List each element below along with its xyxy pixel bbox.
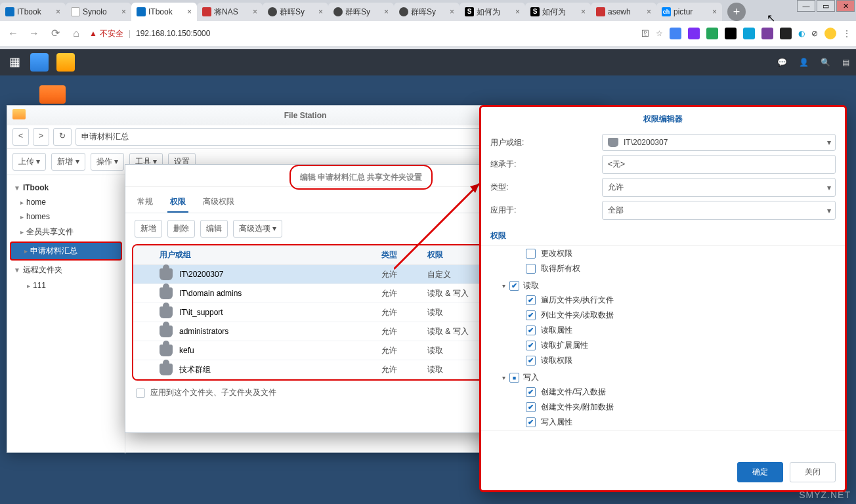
browser-tab[interactable]: ITbook× (131, 3, 197, 21)
pe-applyto-field[interactable]: 全部▾ (602, 201, 836, 220)
browser-tab[interactable]: S如何为× (525, 3, 591, 21)
perm-item[interactable]: 读取权限 (490, 353, 836, 368)
ext-3-icon[interactable] (706, 28, 718, 39)
perm-item[interactable]: 取得所有权 (490, 261, 836, 276)
browser-tab[interactable]: Synolo× (66, 3, 131, 21)
browser-tab[interactable]: 群晖Sy× (263, 3, 328, 21)
browser-tab[interactable]: chpictur× (656, 3, 722, 21)
tree-item[interactable]: ▼远程文件夹 (7, 262, 125, 278)
ext-9-icon[interactable]: ⊘ (811, 29, 818, 38)
perm-item[interactable]: 创建文件夹/附加数据 (490, 400, 836, 415)
browser-tab[interactable]: 群晖Sy× (328, 3, 394, 21)
tab-close-icon[interactable]: × (712, 7, 717, 16)
col-type[interactable]: 类型 (376, 245, 422, 264)
perm-checkbox[interactable] (526, 341, 536, 350)
ext-5-icon[interactable] (743, 28, 755, 39)
tab-close-icon[interactable]: × (647, 7, 651, 16)
pe-ok-button[interactable]: 确定 (737, 462, 783, 482)
tree-item[interactable]: ▸申请材料汇总 (10, 242, 122, 261)
browser-tab[interactable]: 群晖Sy× (394, 3, 460, 21)
perm-item[interactable]: 读取扩展属性 (490, 338, 836, 353)
back-button[interactable]: ← (5, 26, 21, 41)
perm-item[interactable]: 遍历文件夹/执行文件 (490, 293, 836, 308)
key-icon[interactable]: ⚿ (641, 29, 649, 38)
maximize-button[interactable]: ▭ (817, 0, 835, 12)
taskbar-app-1[interactable] (30, 53, 49, 72)
upload-button[interactable]: 上传 ▾ (12, 153, 46, 171)
forward-button[interactable]: → (26, 26, 42, 41)
tab-close-icon[interactable]: × (384, 7, 389, 16)
ext-2-icon[interactable] (688, 28, 700, 39)
tab-permission[interactable]: 权限 (167, 192, 188, 213)
tree-root[interactable]: ▼ITbook (7, 180, 125, 195)
chat-icon[interactable]: 💬 (777, 58, 787, 67)
tab-close-icon[interactable]: × (121, 7, 126, 16)
minimize-button[interactable]: — (797, 0, 815, 12)
perm-new-button[interactable]: 新增 (135, 220, 162, 238)
browser-tab[interactable]: ITbook× (0, 3, 66, 21)
url-text[interactable]: 192.168.10.150:5000 (136, 29, 636, 38)
perm-checkbox[interactable] (526, 417, 536, 427)
perm-item[interactable]: 更改权限 (490, 246, 836, 261)
tab-close-icon[interactable]: × (187, 7, 192, 16)
tab-general[interactable]: 常规 (135, 192, 156, 213)
perm-checkbox[interactable] (526, 249, 536, 259)
browser-tab[interactable]: S如何为× (460, 3, 525, 21)
tab-close-icon[interactable]: × (515, 7, 520, 16)
close-button[interactable]: ✕ (836, 0, 855, 12)
ext-4-icon[interactable] (725, 28, 737, 39)
tree-item[interactable]: ▸全员共享文件 (7, 224, 125, 240)
tab-close-icon[interactable]: × (581, 7, 586, 16)
desktop-folder-icon[interactable] (39, 85, 66, 104)
perm-checkbox[interactable] (526, 402, 536, 412)
perm-checkbox[interactable] (526, 310, 536, 320)
perm-checkbox[interactable] (526, 387, 536, 397)
pe-cancel-button[interactable]: 关闭 (790, 462, 836, 482)
perm-item[interactable]: 写入属性 (490, 415, 836, 430)
pe-group-write[interactable]: ▾写入 (490, 368, 836, 385)
insecure-badge[interactable]: ▲不安全 (89, 28, 123, 39)
perm-checkbox[interactable] (526, 356, 536, 366)
tab-close-icon[interactable]: × (56, 7, 60, 16)
tab-close-icon[interactable]: × (253, 7, 257, 16)
tab-close-icon[interactable]: × (450, 7, 454, 16)
pe-user-field[interactable]: IT\20200307▾ (602, 134, 836, 151)
user-icon[interactable]: 👤 (799, 58, 809, 67)
apply-checkbox[interactable] (136, 388, 145, 398)
tab-close-icon[interactable]: × (318, 7, 323, 16)
ext-7-icon[interactable] (780, 28, 792, 39)
perm-edit-button[interactable]: 编辑 (200, 220, 228, 238)
perm-item[interactable]: 列出文件夹/读取数据 (490, 308, 836, 323)
perm-checkbox[interactable] (526, 326, 536, 335)
perm-item[interactable]: 创建文件/写入数据 (490, 385, 836, 400)
action-button[interactable]: 操作 ▾ (91, 153, 124, 171)
search-icon[interactable]: 🔍 (821, 58, 830, 67)
taskbar-app-2[interactable] (56, 53, 75, 72)
ext-6-icon[interactable] (761, 28, 773, 39)
perm-checkbox[interactable] (526, 264, 536, 274)
home-button[interactable]: ⌂ (68, 26, 84, 41)
browser-tab[interactable]: asewh× (591, 3, 656, 21)
star-icon[interactable]: ☆ (656, 29, 663, 38)
tree-item[interactable]: ▸homes (7, 209, 125, 224)
menu-icon[interactable]: ⋮ (843, 29, 851, 38)
perm-checkbox[interactable] (526, 295, 536, 305)
tree-item[interactable]: ▸111 (7, 278, 125, 293)
widgets-icon[interactable]: ▤ (842, 58, 849, 67)
path-back-button[interactable]: < (12, 128, 29, 146)
profile-avatar[interactable] (824, 28, 836, 39)
col-user[interactable]: 用户或组 (133, 245, 376, 264)
perm-item[interactable]: 读取属性 (490, 323, 836, 338)
perm-delete-button[interactable]: 删除 (167, 220, 195, 238)
pe-type-field[interactable]: 允许▾ (602, 178, 836, 197)
new-tab-button[interactable]: + (727, 3, 746, 21)
ext-1-icon[interactable] (670, 28, 681, 39)
pe-group-read[interactable]: ▾读取 (490, 276, 836, 293)
browser-tab[interactable]: 将NAS× (197, 3, 263, 21)
apps-icon[interactable]: ▦ (7, 54, 22, 70)
perm-advopt-button[interactable]: 高级选项 ▾ (233, 220, 282, 238)
reload-button[interactable]: ⟳ (47, 26, 63, 41)
ext-8-icon[interactable]: ◐ (798, 29, 805, 38)
path-refresh-button[interactable]: ↻ (53, 128, 72, 146)
new-button[interactable]: 新增 ▾ (51, 153, 85, 171)
